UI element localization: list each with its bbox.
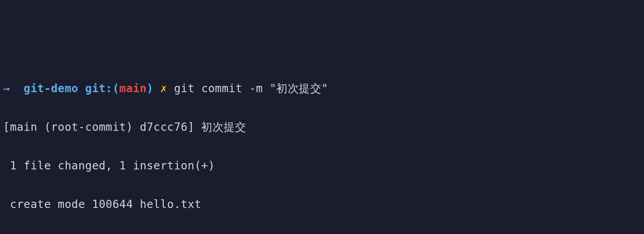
commit-output-line-2: 1 file changed, 1 insertion(+) [3,156,641,175]
command-text: git commit -m "初次提交" [174,82,328,95]
git-close-paren: ) [147,82,154,95]
prompt-line-1[interactable]: → git-demo git:(main) ✗ git commit -m "初… [3,79,641,98]
git-label: git:( [85,82,119,95]
git-branch: main [119,82,146,95]
prompt-dir: git-demo [24,82,78,95]
git-dirty-icon: ✗ [160,82,167,95]
prompt-arrow: → [3,82,10,95]
commit-output-line-3: create mode 100644 hello.txt [3,195,641,214]
commit-output-line-1: [main (root-commit) d7ccc76] 初次提交 [3,117,641,137]
